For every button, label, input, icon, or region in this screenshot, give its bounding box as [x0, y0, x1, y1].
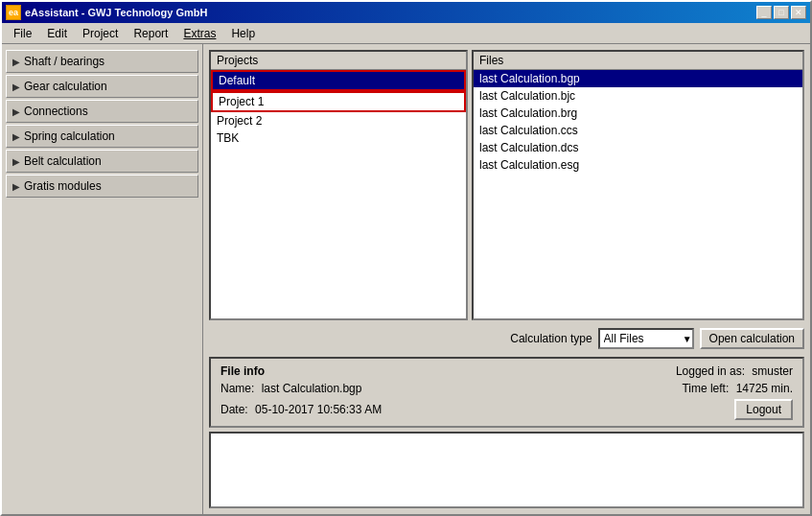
menu-help[interactable]: Help: [223, 25, 263, 42]
list-item[interactable]: TBK: [211, 129, 466, 147]
date-value: 05-10-2017 10:56:33 AM: [255, 403, 382, 416]
main-window: ea eAssistant - GWJ Technology GmbH _ □ …: [0, 0, 812, 516]
menu-project[interactable]: Project: [75, 25, 126, 42]
file-info-right: Logged in as: smuster: [676, 364, 793, 378]
menu-extras[interactable]: Extras: [175, 25, 223, 42]
open-calculation-button[interactable]: Open calculation: [700, 328, 804, 349]
calc-type-select[interactable]: All Files Shaft Gear Spring Belt: [598, 328, 694, 349]
menu-edit[interactable]: Edit: [39, 25, 75, 42]
time-left-label: Time left:: [682, 382, 729, 395]
sidebar-label: Gear calculation: [24, 80, 107, 93]
chevron-right-icon: ▶: [12, 156, 20, 167]
list-item[interactable]: last Calculation.bgp: [474, 70, 802, 87]
sidebar-item-belt-calculation[interactable]: ▶ Belt calculation: [6, 150, 198, 173]
file-date-row: Date: 05-10-2017 10:56:33 AM: [220, 403, 382, 416]
sidebar-item-connections[interactable]: ▶ Connections: [6, 100, 198, 123]
sidebar-item-shaft-bearings[interactable]: ▶ Shaft / bearings: [6, 50, 198, 73]
sidebar-label: Shaft / bearings: [24, 55, 104, 68]
file-info-title: File info: [220, 364, 265, 378]
file-name-value: last Calculation.bgp: [262, 382, 362, 395]
sidebar-item-spring-calculation[interactable]: ▶ Spring calculation: [6, 125, 198, 148]
right-panel: Projects Default Project 1 Project 2 TBK…: [203, 44, 810, 514]
time-left-value: 14725 min.: [736, 382, 793, 395]
chevron-right-icon: ▶: [12, 106, 20, 117]
app-icon: ea: [6, 5, 21, 20]
top-area: Projects Default Project 1 Project 2 TBK…: [209, 50, 804, 320]
menu-file[interactable]: File: [6, 25, 39, 42]
log-area: [209, 432, 804, 508]
logout-button[interactable]: Logout: [734, 399, 793, 420]
list-item[interactable]: last Calculation.esg: [474, 156, 802, 174]
title-bar: ea eAssistant - GWJ Technology GmbH _ □ …: [2, 2, 810, 23]
chevron-right-icon: ▶: [12, 82, 20, 92]
file-info-row-top: File info Logged in as: smuster: [220, 364, 793, 378]
list-item[interactable]: Default: [211, 70, 466, 91]
files-panel: Files last Calculation.bgp last Calculat…: [472, 50, 804, 320]
menu-bar: File Edit Project Report Extras Help: [2, 23, 810, 44]
sidebar-item-gear-calculation[interactable]: ▶ Gear calculation: [6, 75, 198, 98]
files-header: Files: [474, 52, 802, 70]
sidebar-label: Spring calculation: [24, 129, 115, 143]
list-item[interactable]: last Calculation.ccs: [474, 122, 802, 139]
projects-header: Projects: [211, 52, 466, 70]
calc-type-wrapper: All Files Shaft Gear Spring Belt ▼: [598, 328, 694, 349]
file-info-name-row: Name: last Calculation.bgp: [220, 382, 682, 395]
list-item[interactable]: last Calculation.bjc: [474, 87, 802, 105]
logged-in-value: smuster: [752, 364, 793, 378]
projects-list: Default Project 1 Project 2 TBK: [211, 70, 466, 318]
sidebar-label: Gratis modules: [24, 179, 102, 193]
sidebar-label: Belt calculation: [24, 154, 102, 168]
file-info-time-row: Time left: 14725 min.: [682, 382, 793, 395]
logged-in-label: Logged in as:: [676, 364, 745, 378]
projects-panel: Projects Default Project 1 Project 2 TBK: [209, 50, 468, 320]
list-item[interactable]: last Calculation.dcs: [474, 139, 802, 156]
maximize-button[interactable]: □: [774, 6, 789, 19]
file-info-row-name: Name: last Calculation.bgp Time left: 14…: [220, 382, 793, 395]
main-content: ▶ Shaft / bearings ▶ Gear calculation ▶ …: [2, 44, 810, 514]
bottom-controls: Calculation type All Files Shaft Gear Sp…: [209, 324, 804, 353]
sidebar-item-gratis-modules[interactable]: ▶ Gratis modules: [6, 175, 198, 198]
date-label: Date:: [220, 403, 248, 416]
file-info-panel: File info Logged in as: smuster Name: la…: [209, 357, 804, 428]
minimize-button[interactable]: _: [756, 6, 772, 19]
file-name-label: Name:: [220, 382, 254, 395]
logout-row: Date: 05-10-2017 10:56:33 AM Logout: [220, 399, 793, 420]
window-title: eAssistant - GWJ Technology GmbH: [25, 7, 756, 18]
chevron-right-icon: ▶: [12, 131, 20, 142]
list-item[interactable]: Project 2: [211, 112, 466, 129]
sidebar-label: Connections: [24, 105, 88, 118]
list-item[interactable]: last Calculation.brg: [474, 105, 802, 122]
chevron-right-icon: ▶: [12, 57, 20, 67]
close-button[interactable]: ✕: [791, 6, 806, 19]
window-controls: _ □ ✕: [756, 6, 806, 19]
menu-report[interactable]: Report: [126, 25, 175, 42]
files-list: last Calculation.bgp last Calculation.bj…: [474, 70, 802, 318]
list-item[interactable]: Project 1: [211, 91, 466, 112]
file-info-left: File info: [220, 364, 676, 378]
chevron-right-icon: ▶: [12, 181, 20, 192]
calc-type-label: Calculation type: [510, 332, 592, 345]
sidebar: ▶ Shaft / bearings ▶ Gear calculation ▶ …: [2, 44, 203, 514]
